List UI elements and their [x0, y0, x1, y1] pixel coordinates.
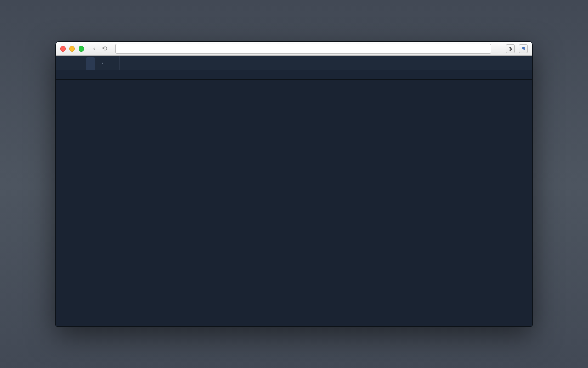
extension-icon-2[interactable]: ⊞: [519, 44, 528, 53]
tab-active[interactable]: [86, 58, 95, 70]
app-window: ‹ ⟲ ◎ ⊞ ›: [55, 41, 533, 327]
close-dot[interactable]: [60, 46, 66, 52]
tab-dimentonymtianf[interactable]: [110, 56, 120, 70]
extension-icon-1[interactable]: ◎: [506, 44, 515, 53]
traffic-lights: [60, 46, 84, 52]
titlebar: ‹ ⟲ ◎ ⊞: [56, 42, 532, 56]
zoom-dot[interactable]: [79, 46, 84, 52]
back-icon[interactable]: ‹: [90, 45, 98, 52]
titlebar-right: ◎ ⊞: [498, 44, 528, 53]
tabstrip-icon-refresh[interactable]: [72, 56, 85, 70]
sub-tabstrip: [56, 70, 532, 80]
address-bar[interactable]: [115, 44, 491, 54]
minimize-dot[interactable]: [69, 46, 75, 52]
reload-icon[interactable]: ⟲: [101, 45, 108, 52]
terminal-body[interactable]: [56, 80, 532, 326]
tab-intpn[interactable]: ›: [96, 56, 109, 70]
tabstrip-right: [518, 56, 530, 70]
nav-icons: ‹ ⟲: [90, 45, 108, 52]
tabstrip: ›: [56, 56, 532, 70]
tabstrip-icon-grid[interactable]: [58, 56, 71, 70]
